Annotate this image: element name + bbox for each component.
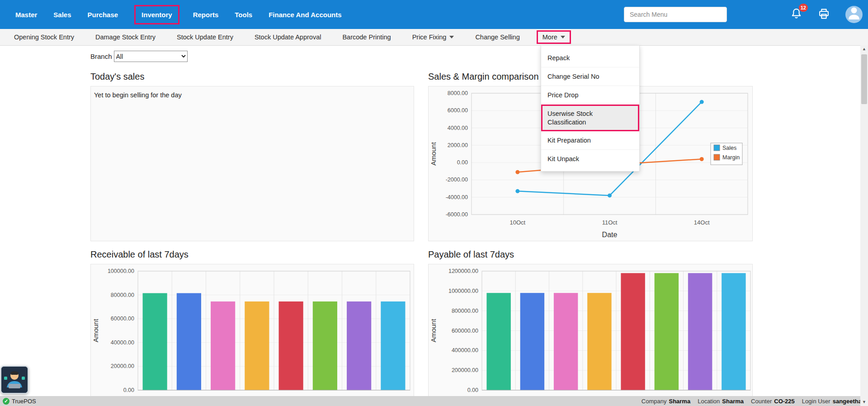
- svg-text:6000.00: 6000.00: [448, 107, 468, 114]
- brand: ✓ TruePOS: [3, 398, 36, 405]
- counter-value: CO-225: [774, 398, 795, 405]
- menu-item-stock-update-approval[interactable]: Stock Update Approval: [255, 33, 321, 41]
- dropdown-item-kit-preparation[interactable]: Kit Preparation: [541, 131, 639, 150]
- chevron-down-icon: [561, 36, 565, 38]
- menu-item-change-selling[interactable]: Change Selling: [475, 33, 519, 41]
- todays-sales-title: Today's sales: [90, 72, 414, 82]
- topnav-right-controls: 12: [624, 6, 863, 23]
- menu-item-more[interactable]: More: [537, 30, 571, 44]
- location-label: Location: [698, 398, 720, 405]
- menu-item-label: Opening Stock Entry: [14, 33, 74, 41]
- todays-sales-section: Today's sales Yet to begin selling for t…: [90, 72, 414, 241]
- menu-item-price-fixing[interactable]: Price Fixing: [412, 33, 454, 41]
- chevron-down-icon: [449, 36, 454, 38]
- svg-text:-6000.00: -6000.00: [446, 211, 468, 218]
- svg-text:Margin: Margin: [722, 154, 740, 161]
- nav-item-master[interactable]: Master: [15, 6, 37, 23]
- menu-item-label: Barcode Printing: [342, 33, 391, 41]
- menu-item-label: Stock Update Approval: [255, 33, 321, 41]
- nav-item-sales[interactable]: Sales: [53, 6, 71, 23]
- nav-item-finance-and-accounts[interactable]: Finance And Accounts: [269, 6, 341, 23]
- brand-name: TruePOS: [12, 398, 36, 405]
- counter-label: Counter: [751, 398, 772, 405]
- print-button[interactable]: [818, 8, 830, 22]
- svg-text:Amount: Amount: [429, 319, 437, 343]
- dropdown-item-repack[interactable]: Repack: [541, 49, 639, 67]
- menu-item-label: Change Selling: [475, 33, 519, 41]
- dropdown-item-price-drop[interactable]: Price Drop: [541, 86, 639, 105]
- svg-text:600000.00: 600000.00: [452, 328, 478, 334]
- payable-section: Payable of last 7days 1200000.001000000.…: [428, 249, 753, 405]
- svg-text:1200000.00: 1200000.00: [448, 268, 478, 274]
- login-user-label: Login User: [802, 398, 830, 405]
- nav-item-reports[interactable]: Reports: [193, 6, 219, 23]
- company-info: Company Sharma: [642, 398, 690, 405]
- nav-item-purchase[interactable]: Purchase: [88, 6, 118, 23]
- nav-item-inventory[interactable]: Inventory: [134, 5, 179, 24]
- svg-text:-2000.00: -2000.00: [446, 177, 468, 183]
- svg-text:0.00: 0.00: [123, 387, 134, 393]
- receivable-section: Receivable of last 7days 100000.0080000.…: [90, 249, 414, 405]
- svg-text:100000.00: 100000.00: [108, 268, 134, 274]
- scrollbar-thumb[interactable]: [861, 54, 867, 104]
- svg-text:2000.00: 2000.00: [448, 142, 468, 148]
- svg-text:0.00: 0.00: [467, 387, 478, 393]
- user-avatar[interactable]: [845, 6, 863, 23]
- svg-text:80000.00: 80000.00: [111, 292, 134, 298]
- notifications-button[interactable]: 12: [790, 8, 802, 22]
- svg-text:8000.00: 8000.00: [448, 90, 468, 96]
- svg-text:800000.00: 800000.00: [452, 308, 478, 314]
- svg-text:200000.00: 200000.00: [452, 367, 478, 373]
- check-icon: ✓: [3, 398, 9, 405]
- session-info: Company Sharma Location Sharma Counter C…: [634, 398, 862, 405]
- branch-label: Branch: [90, 53, 112, 60]
- company-value: Sharma: [669, 398, 690, 405]
- receivable-panel: 100000.0080000.0060000.0040000.0020000.0…: [90, 264, 414, 405]
- todays-sales-empty-text: Yet to begin selling for the day: [94, 91, 182, 99]
- menu-item-opening-stock-entry[interactable]: Opening Stock Entry: [14, 33, 74, 41]
- top-navigation-bar: Master Sales Purchase Inventory Reports …: [0, 0, 868, 29]
- svg-text:Date: Date: [602, 231, 618, 239]
- svg-text:40000.00: 40000.00: [111, 339, 134, 346]
- svg-text:400000.00: 400000.00: [452, 347, 478, 353]
- person-icon: [845, 6, 863, 23]
- todays-sales-panel: Yet to begin selling for the day: [90, 86, 414, 241]
- scroll-up-arrow[interactable]: ▲: [860, 45, 868, 53]
- payable-bar-chart: 1200000.001000000.00800000.00600000.0040…: [429, 264, 753, 406]
- menu-item-stock-update-entry[interactable]: Stock Update Entry: [177, 33, 233, 41]
- svg-text:10Oct: 10Oct: [509, 219, 525, 226]
- company-label: Company: [642, 398, 667, 405]
- svg-text:Amount: Amount: [92, 319, 99, 343]
- login-user-value: sangeetha: [833, 398, 862, 405]
- menu-item-label: More: [542, 33, 557, 41]
- svg-text:Amount: Amount: [429, 142, 437, 166]
- svg-text:-4000.00: -4000.00: [446, 194, 468, 201]
- menu-item-label: Stock Update Entry: [177, 33, 233, 41]
- helper-avatar-image: [1, 387, 28, 394]
- svg-text:4000.00: 4000.00: [448, 125, 468, 131]
- menu-item-damage-stock-entry[interactable]: Damage Stock Entry: [95, 33, 156, 41]
- inventory-submenu-bar: Opening Stock Entry Damage Stock Entry S…: [0, 29, 868, 46]
- helper-avatar-widget[interactable]: [0, 366, 28, 394]
- payable-title: Payable of last 7days: [428, 249, 753, 260]
- search-input[interactable]: [624, 7, 727, 22]
- menu-item-label: Price Fixing: [412, 33, 447, 41]
- dropdown-item-userwise-stock-classification[interactable]: Userwise Stock Classification: [541, 105, 639, 131]
- svg-text:1000000.00: 1000000.00: [448, 288, 478, 294]
- printer-icon: [818, 8, 830, 22]
- svg-text:Sales: Sales: [722, 145, 736, 151]
- menu-item-barcode-printing[interactable]: Barcode Printing: [342, 33, 391, 41]
- login-user-info: Login User sangeetha: [802, 398, 862, 405]
- branch-select[interactable]: All: [114, 51, 188, 62]
- svg-text:11Oct: 11Oct: [602, 219, 618, 226]
- scroll-down-arrow[interactable]: ▼: [860, 398, 868, 406]
- location-info: Location Sharma: [698, 398, 744, 405]
- nav-item-tools[interactable]: Tools: [235, 6, 252, 23]
- dropdown-item-kit-unpack[interactable]: Kit Unpack: [541, 150, 639, 168]
- svg-text:14Oct: 14Oct: [694, 219, 710, 226]
- dropdown-item-change-serial-no[interactable]: Change Serial No: [541, 67, 639, 86]
- vertical-scrollbar[interactable]: ▲ ▼: [860, 45, 868, 406]
- more-dropdown-menu: Repack Change Serial No Price Drop Userw…: [541, 45, 640, 172]
- svg-text:60000.00: 60000.00: [111, 315, 134, 322]
- location-value: Sharma: [722, 398, 744, 405]
